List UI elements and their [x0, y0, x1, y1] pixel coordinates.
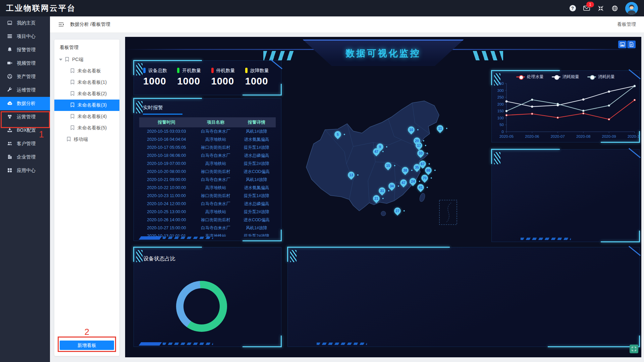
alarm-row: 2020-10-19 07:00:00高淳地铁站提升泵2#故障: [139, 160, 276, 168]
legend-item[interactable]: 处理水量: [516, 74, 544, 80]
svg-text:2020-10: 2020-10: [628, 134, 640, 138]
stat-color-pill: [211, 68, 214, 73]
bookmark-icon: [70, 114, 77, 120]
svg-text:2020-09: 2020-09: [602, 134, 616, 138]
sidebar-item-7[interactable]: 运营管理: [0, 110, 50, 124]
map-pin[interactable]: 5: [333, 130, 342, 139]
tree-item-0-5[interactable]: 未命名看板(5): [54, 122, 119, 134]
svg-text:100: 100: [497, 116, 504, 120]
sidebar-item-2[interactable]: 报警管理: [0, 43, 50, 57]
device-status-donut-chart: [176, 281, 227, 332]
sidebar-item-0[interactable]: 我的主页: [0, 16, 50, 30]
bookmark-icon: [70, 125, 77, 131]
sidebar-item-10[interactable]: 企业管理: [0, 150, 50, 164]
app-root: 工业物联网云平台 ? 1 我的主页项目中心报警管理视频管理资产管理运维管理数据分…: [0, 0, 644, 362]
device-stats-panel: 设备总数1000开机数量1000停机数量1000故障数量1000: [133, 60, 281, 95]
sidebar-item-4[interactable]: 资产管理: [0, 70, 50, 83]
donut-title: 设备状态占比: [134, 247, 281, 262]
column-header: 项目名称: [194, 119, 237, 125]
alarm-row: 2020-10-23 11:00:00禄口街前街后村提升泵1#故障: [139, 192, 276, 200]
customer-icon: [7, 141, 12, 147]
main-sidebar: 我的主页项目中心报警管理视频管理资产管理运维管理数据分析运营管理BOX配置客户管…: [0, 16, 50, 362]
board-management-panel: 看板管理 PC端未命名看板未命名看板(1)未命名看板(2)未命名看板(3)未命名…: [54, 40, 119, 356]
legend-item[interactable]: 消耗药量: [587, 74, 615, 80]
banner-chevrons-right: [472, 51, 503, 60]
stat-color-pill: [177, 68, 179, 73]
fullscreen-expand-button[interactable]: [630, 345, 638, 353]
wrench-icon: [7, 87, 12, 94]
empty-panel-right: [491, 149, 640, 242]
map-pin[interactable]: 15: [383, 161, 392, 170]
alarm-row: 2020-10-22 10:00:00高淳地铁站进水氨氮偏高: [139, 184, 276, 192]
app-title: 工业物联网云平台: [0, 3, 76, 13]
sidebar-item-11[interactable]: 应用中心: [0, 164, 50, 177]
exit-fullscreen-icon[interactable]: [597, 5, 604, 12]
legend-item[interactable]: 消耗能量: [552, 74, 579, 80]
tree-item-0-2[interactable]: 未命名看板(2): [54, 88, 119, 100]
map-pin[interactable]: 21: [372, 194, 381, 203]
alarm-row: 2020-10-20 08:00:00禄口街前街后村进水COD偏高: [139, 168, 276, 176]
alarm-tab[interactable]: 实时报警: [143, 105, 163, 111]
tree-group-0[interactable]: PC端: [54, 54, 119, 65]
caret-down-icon: [59, 59, 62, 61]
line-chart: 0501001502002503003502020-052020-062020-…: [492, 81, 640, 142]
tree-item-0-0[interactable]: 未命名看板: [54, 65, 119, 77]
mail-icon[interactable]: 1: [583, 5, 590, 12]
bookmark-icon: [70, 68, 77, 74]
svg-text:2020-05: 2020-05: [499, 134, 514, 138]
svg-text:200: 200: [497, 102, 504, 106]
bookmark-icon: [66, 136, 74, 143]
stat-value: 1000: [211, 76, 245, 87]
stat-value: 1000: [177, 76, 211, 87]
sidebar-item-5[interactable]: 运维管理: [0, 83, 50, 97]
bookmark-icon: [70, 91, 77, 97]
export-file-button[interactable]: [627, 41, 636, 48]
dashboard-header-banner: 数据可视化监控: [303, 40, 464, 66]
laptop-icon: [7, 20, 12, 26]
svg-text:50: 50: [499, 123, 504, 127]
map-pin[interactable]: 11: [435, 123, 445, 133]
export-image-button[interactable]: [618, 41, 627, 48]
tree-item-0-4[interactable]: 未命名看板(4): [54, 111, 119, 122]
tree-item-0-3[interactable]: 未命名看板(3): [54, 100, 119, 111]
add-board-button[interactable]: 新增看板: [60, 341, 114, 350]
globe-icon[interactable]: [611, 5, 619, 12]
map-pin[interactable]: 17: [414, 140, 424, 150]
sidebar-item-1[interactable]: 项目中心: [0, 30, 50, 43]
alarm-row: 2020-10-17 05:05:05禄口街前街后村提升泵1#故障: [139, 143, 276, 152]
dashboard: 数据可视化监控 设备总数1000开机数量1000停机数量1000故障数量1000…: [125, 37, 641, 357]
project-list-icon: [7, 34, 12, 40]
stat-color-pill: [245, 68, 248, 73]
svg-text:150: 150: [497, 109, 504, 113]
alarm-row: 2020-10-25 13:00:00高淳地铁站提升泵2#故障: [139, 208, 276, 216]
operation-icon: [7, 114, 12, 120]
user-avatar[interactable]: [625, 2, 638, 15]
stat-value: 1000: [245, 76, 279, 87]
alarm-row: 2020-10-15 03:03:03白马寺自来水厂风机1#故障: [139, 127, 276, 135]
alarm-bell-icon: [7, 47, 12, 53]
alarm-row: 2020-10-21 09:00:00白马寺自来水厂风机1#故障: [139, 176, 276, 184]
svg-text:2020-06: 2020-06: [525, 134, 539, 138]
stat-0: 设备总数1000: [143, 67, 177, 87]
svg-text:250: 250: [497, 95, 504, 99]
alarm-row: 2020-10-13 01:01:01高淳地铁站提升泵2#故障: [139, 232, 276, 237]
alarm-table-header: 报警时间 项目名称 报警详情: [139, 117, 276, 127]
alarm-row: 2020-10-16 04:04:04高淳地铁站进水氨氮偏高: [139, 135, 276, 143]
breadcrumb-bar: 数据分析 /看板管理 看板管理: [50, 16, 644, 33]
map-pin[interactable]: 13: [346, 170, 356, 180]
menu-fold-icon[interactable]: [58, 21, 64, 27]
alarm-table: 报警时间 项目名称 报警详情 2020-10-15 03:03:03白马寺自来水…: [139, 117, 276, 237]
map-pin[interactable]: 34: [387, 181, 396, 190]
bookmark-icon: [70, 79, 77, 86]
tree-item-0-1[interactable]: 未命名看板(1): [54, 77, 119, 88]
help-icon[interactable]: ?: [569, 5, 576, 12]
bookmark-icon: [70, 102, 77, 109]
stat-color-pill: [143, 68, 146, 73]
sidebar-item-6[interactable]: 数据分析: [0, 97, 50, 110]
content-area: 看板管理 PC端未命名看板未命名看板(1)未命名看板(2)未命名看板(3)未命名…: [50, 33, 644, 362]
alarm-row: 2020-10-26 14:00:00禄口街前街后村进水COD偏高: [139, 216, 276, 224]
tree-group-1[interactable]: 移动端: [54, 134, 119, 145]
sidebar-item-3[interactable]: 视频管理: [0, 57, 50, 70]
svg-text:2020-08: 2020-08: [576, 134, 590, 138]
dashboard-title: 数据可视化监控: [346, 47, 421, 59]
